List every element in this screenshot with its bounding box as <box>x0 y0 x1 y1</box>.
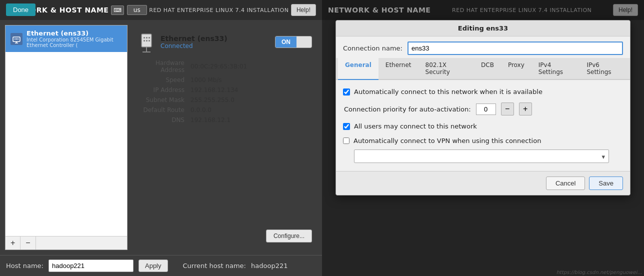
auto-connect-checkbox[interactable] <box>343 88 350 96</box>
subnet-label: Subnet Mask <box>132 95 188 105</box>
configure-button[interactable]: Configure... <box>266 230 312 242</box>
vpn-select-wrapper <box>343 150 623 163</box>
left-subtitle: RED HAT ENTERPRISE LINUX 7.4 INSTALLATIO… <box>149 7 288 14</box>
svg-rect-14 <box>148 40 150 42</box>
vpn-label: Automatically connect to VPN when using … <box>354 137 541 144</box>
list-empty <box>6 52 127 236</box>
toggle-off[interactable] <box>296 36 312 48</box>
all-users-checkbox[interactable] <box>343 123 350 130</box>
svg-rect-9 <box>144 37 145 38</box>
dialog-title: Editing ens33 <box>336 20 630 36</box>
network-list: Ethernet (ens33) Intel Corporation 82545… <box>5 25 128 250</box>
priority-label: Connection priority for auto-activation: <box>344 106 471 113</box>
ethernet-list-icon <box>10 33 22 45</box>
all-users-label: All users may connect to this network <box>354 122 477 130</box>
dialog-body: Automatically connect to this network wh… <box>336 80 630 171</box>
ip-label: IP Address <box>132 85 188 95</box>
priority-minus-button[interactable]: − <box>501 102 514 116</box>
svg-rect-3 <box>14 38 16 40</box>
svg-rect-10 <box>146 37 148 38</box>
remove-network-button[interactable]: − <box>20 236 36 250</box>
speed-label: Speed <box>132 75 188 85</box>
apply-button[interactable]: Apply <box>138 260 168 272</box>
svg-rect-13 <box>146 40 148 42</box>
table-row: IP Address 192.168.12.134 <box>132 85 317 95</box>
auto-connect-label: Automatically connect to this network wh… <box>354 88 542 96</box>
vpn-dropdown[interactable] <box>354 150 609 163</box>
table-row: Subnet Mask 255.255.255.0 <box>132 95 317 105</box>
detail-name-status: Ethernet (ens33) Connected <box>160 34 228 50</box>
left-header: NETWORK & HOST NAME ⌨ us RED HAT ENTERPR… <box>0 0 322 20</box>
cancel-button[interactable]: Cancel <box>546 176 585 190</box>
list-toolbar: + − <box>6 236 127 250</box>
conn-name-label: Connection name: <box>343 44 402 52</box>
table-row: Default Route 0.0.0.0 <box>132 105 317 115</box>
auto-connect-row: Automatically connect to this network wh… <box>343 88 623 96</box>
speed-value: 1000 Mb/s <box>188 75 317 85</box>
host-name-label: Host name: <box>6 262 44 270</box>
conn-name-input[interactable] <box>408 42 623 55</box>
priority-row: Connection priority for auto-activation:… <box>343 102 623 116</box>
tab-dcb[interactable]: DCB <box>474 58 501 80</box>
svg-rect-5 <box>18 38 18 40</box>
vpn-dropdown-wrapper <box>354 150 609 163</box>
table-row: Speed 1000 Mb/s <box>132 75 317 85</box>
header-center: ⌨ us <box>111 5 147 15</box>
route-value: 0.0.0.0 <box>188 105 317 115</box>
add-network-button[interactable]: + <box>6 236 20 250</box>
dialog-tabs: General Ethernet 802.1X Security DCB Pro… <box>336 58 630 80</box>
dns-value: 192.168.12.1 <box>188 115 317 125</box>
left-panel: NETWORK & HOST NAME ⌨ us RED HAT ENTERPR… <box>0 0 322 276</box>
tab-8021x[interactable]: 802.1X Security <box>418 58 474 80</box>
network-item-ens33[interactable]: Ethernet (ens33) Intel Corporation 82545… <box>6 26 127 52</box>
tab-ipv6[interactable]: IPv6 Settings <box>580 58 628 80</box>
all-users-row: All users may connect to this network <box>343 122 623 130</box>
priority-input[interactable] <box>476 104 496 115</box>
host-name-input[interactable] <box>48 260 134 272</box>
detail-status: Connected <box>160 42 228 50</box>
tab-ethernet[interactable]: Ethernet <box>378 58 418 80</box>
detail-left: Ethernet (ens33) Connected <box>138 30 228 54</box>
dialog-overlay: Editing ens33 Connection name: General E… <box>322 0 644 276</box>
toggle-button[interactable]: ON <box>275 36 312 48</box>
detail-table: Hardware Address 00:0C:29:65:3B:01 Speed… <box>132 58 317 125</box>
priority-plus-button[interactable]: + <box>519 102 532 116</box>
svg-rect-12 <box>144 40 145 42</box>
svg-rect-4 <box>16 38 17 40</box>
hw-value: 00:0C:29:65:3B:01 <box>188 58 317 75</box>
network-item-text: Ethernet (ens33) Intel Corporation 82545… <box>26 30 122 48</box>
save-button[interactable]: Save <box>589 176 623 190</box>
hw-label: Hardware Address <box>132 58 188 75</box>
connection-name-row: Connection name: <box>336 36 630 58</box>
dns-label: DNS <box>132 115 188 125</box>
locale-button[interactable]: us <box>127 5 147 15</box>
network-details: Ethernet (ens33) Connected ON Hardware A… <box>132 25 317 250</box>
left-help-button[interactable]: Help! <box>291 4 316 16</box>
bottom-bar: Host name: Apply Current host name: hado… <box>0 255 322 276</box>
left-done-button[interactable]: Done <box>6 4 36 16</box>
tab-proxy[interactable]: Proxy <box>501 58 532 80</box>
ethernet-detail-icon <box>138 30 156 54</box>
vpn-checkbox[interactable] <box>343 138 350 144</box>
table-row: Hardware Address 00:0C:29:65:3B:01 <box>132 58 317 75</box>
detail-header: Ethernet (ens33) Connected ON <box>132 30 317 54</box>
left-main: Ethernet (ens33) Intel Corporation 82545… <box>0 20 322 255</box>
vpn-row: Automatically connect to VPN when using … <box>343 137 623 144</box>
toggle-on[interactable]: ON <box>276 36 296 48</box>
current-host-label: Current host name: hadoop221 <box>183 262 288 270</box>
route-label: Default Route <box>132 105 188 115</box>
network-item-sub: Intel Corporation 82545EM Gigabit Ethern… <box>26 37 122 48</box>
right-panel: NETWORK & HOST NAME RED HAT ENTERPRISE L… <box>322 0 644 276</box>
keyboard-icon: ⌨ <box>111 6 124 15</box>
editing-dialog: Editing ens33 Connection name: General E… <box>336 20 630 196</box>
subnet-value: 255.255.255.0 <box>188 95 317 105</box>
tab-ipv4[interactable]: IPv4 Settings <box>532 58 580 80</box>
ip-value: 192.168.12.134 <box>188 85 317 95</box>
svg-rect-11 <box>148 37 150 38</box>
dialog-footer: Cancel Save <box>336 171 630 195</box>
table-row: DNS 192.168.12.1 <box>132 115 317 125</box>
tab-general[interactable]: General <box>338 58 378 80</box>
detail-name: Ethernet (ens33) <box>160 34 228 42</box>
network-item-name: Ethernet (ens33) <box>26 30 122 37</box>
